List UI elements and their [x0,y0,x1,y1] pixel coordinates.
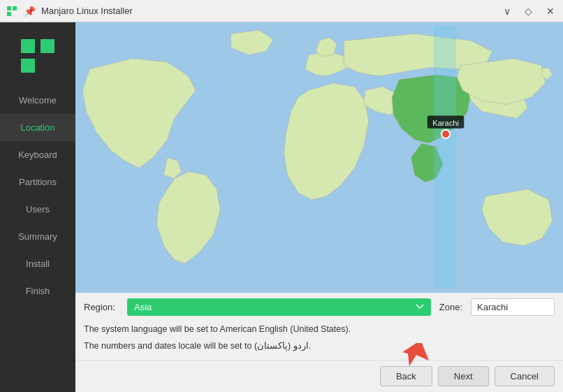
titlebar-pin-icon: 📌 [24,6,36,17]
zone-label: Zone: [439,302,462,312]
manjaro-logo [18,36,57,75]
region-label: Region: [84,302,119,312]
titlebar: 📌 Manjaro Linux Installer ∨ ◇ ✕ [0,0,563,22]
titlebar-controls: ∨ ◇ ✕ [501,4,557,18]
svg-rect-4 [21,39,35,53]
svg-text:Karachi: Karachi [432,119,459,127]
svg-marker-12 [402,343,429,366]
info-language: The system language will be set to Ameri… [84,320,555,337]
svg-rect-1 [7,6,11,10]
info-locale: The numbers and dates locale will be set… [84,337,555,354]
sidebar-item-install[interactable]: Install [0,250,75,277]
sidebar: Welcome Location Keyboard Partitions Use… [0,22,75,392]
svg-rect-8 [434,27,455,288]
svg-rect-3 [7,12,11,16]
svg-rect-5 [41,39,54,53]
cancel-button[interactable]: Cancel [495,366,555,386]
sidebar-item-summary[interactable]: Summary [0,223,75,250]
svg-rect-2 [13,6,17,10]
world-map: Karachi [75,22,563,293]
app-icon [6,5,18,17]
window-title: Manjaro Linux Installer [41,6,133,16]
sidebar-item-keyboard[interactable]: Keyboard [0,141,75,168]
sidebar-item-location[interactable]: Location [0,114,75,141]
maximize-button[interactable]: ◇ [522,4,535,18]
arrow-indicator [402,340,430,370]
close-button[interactable]: ✕ [543,4,557,18]
next-button[interactable]: Next [438,366,489,386]
sidebar-item-users[interactable]: Users [0,196,75,223]
sidebar-item-partitions[interactable]: Partitions [0,168,75,196]
map-container[interactable]: Karachi [75,22,563,293]
region-row: Region: Asia Zone: Karachi [84,298,555,316]
content-area: Karachi Region: Asia Zone: Karachi The s… [75,22,563,392]
titlebar-left: 📌 Manjaro Linux Installer [6,5,133,17]
sidebar-item-welcome[interactable]: Welcome [0,87,75,114]
logo-area [0,28,75,87]
region-select[interactable]: Asia [127,298,431,316]
sidebar-item-finish[interactable]: Finish [0,277,75,305]
zone-value: Karachi [471,298,555,316]
controls-area: Region: Asia Zone: Karachi The system la… [75,293,563,361]
main-container: Welcome Location Keyboard Partitions Use… [0,22,563,392]
svg-rect-6 [21,59,35,73]
svg-point-11 [441,130,450,138]
bottom-bar: Back Next Cancel [75,360,563,392]
minimize-button[interactable]: ∨ [501,4,513,18]
